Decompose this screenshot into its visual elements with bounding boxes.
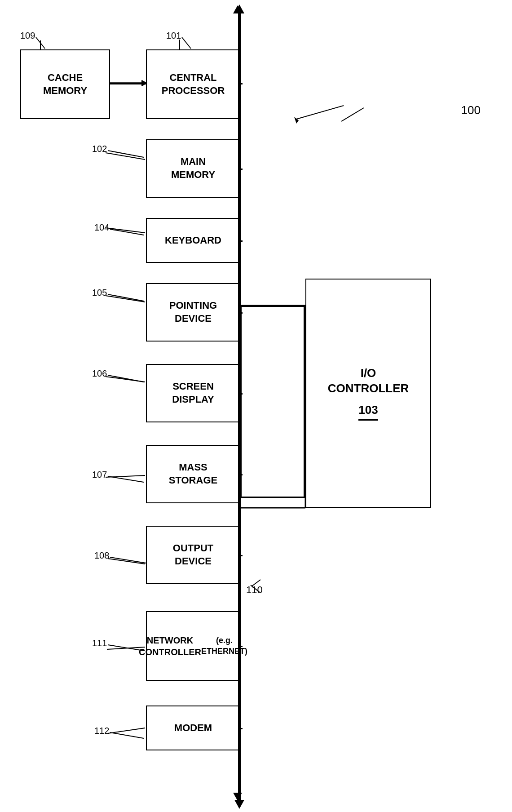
svg-line-9 (110, 557, 146, 563)
svg-line-11 (110, 732, 144, 738)
svg-line-2 (36, 37, 45, 49)
svg-line-0 (296, 106, 344, 119)
modem-bus (240, 728, 243, 729)
keyboard-box: KEYBOARD (146, 218, 240, 263)
mass-storage-box: MASSSTORAGE (146, 445, 240, 503)
ref-line-102 (99, 148, 148, 162)
ref-line-101 (173, 35, 200, 53)
cache-to-cpu-line (110, 83, 146, 84)
modem-box: MODEM (146, 706, 240, 750)
ref-line-110 (249, 577, 267, 589)
network-controller-box: NETWORKCONTROLLER(e.g. ETHERNET) (146, 611, 240, 681)
io-left-vert (240, 306, 242, 497)
svg-line-3 (182, 37, 191, 49)
bus-arrow-up (233, 5, 242, 13)
svg-marker-1 (294, 117, 299, 124)
svg-marker-29 (234, 800, 244, 809)
io-controller-box: I/O CONTROLLER 103 (305, 279, 431, 508)
ref-line-112 (101, 730, 148, 741)
diagram: 100 CACHEMEMORY 109 CENTRALPROCESSOR 101… (0, 0, 512, 812)
main-mem-bus (240, 169, 243, 170)
main-memory-box: MAINMEMORY (146, 139, 240, 198)
ref-line-109 (27, 35, 54, 53)
svg-line-5 (110, 229, 144, 235)
ref-arrow-100 (269, 99, 350, 126)
cpu-box: CENTRALPROCESSOR (146, 49, 240, 119)
system-label: 100 (461, 103, 481, 117)
bus-arrow-down (233, 793, 242, 801)
cache-memory-box: CACHEMEMORY (20, 49, 110, 119)
io-left-vert2 (304, 306, 305, 497)
ref-line-106 (99, 373, 148, 386)
svg-line-7 (108, 375, 144, 382)
pointing-device-box: POINTINGDEVICE (146, 283, 240, 342)
svg-line-8 (108, 476, 144, 482)
main-svg (0, 0, 512, 812)
ref-line-111 (99, 643, 148, 654)
ref-line-105 (99, 292, 148, 306)
bus-to-io-bottom (240, 497, 305, 498)
network-bus (240, 646, 243, 647)
svg-line-6 (108, 294, 144, 301)
bus-to-io-top (240, 306, 305, 307)
svg-line-10 (108, 645, 144, 651)
keyboard-bus (240, 240, 243, 242)
svg-line-4 (108, 151, 144, 157)
ref-line-108 (101, 555, 150, 566)
output-device-box: OUTPUTDEVICE (146, 526, 240, 584)
output-bus (240, 555, 243, 556)
svg-line-12 (252, 580, 260, 586)
cpu-bus-conn (239, 83, 242, 84)
ref-line-104 (101, 227, 148, 238)
ref-line-107 (99, 474, 148, 485)
connectors-svg (0, 0, 512, 812)
screen-display-box: SCREENDISPLAY (146, 364, 240, 422)
